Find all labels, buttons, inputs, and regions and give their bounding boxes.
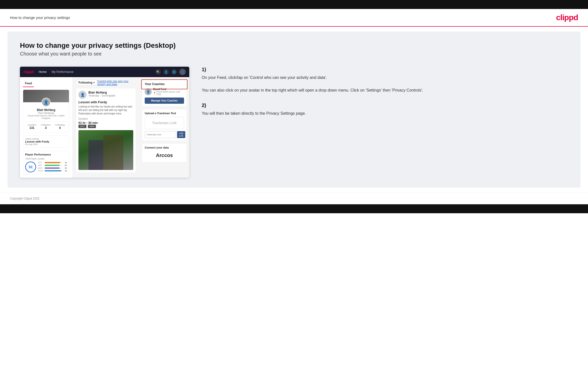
post-meta: Yesterday · Sunningdale xyxy=(88,94,115,97)
bar-arg: ARG 86 xyxy=(38,167,67,169)
profile-handicap: Plus Handicap xyxy=(25,112,67,114)
post-image xyxy=(78,130,133,170)
following-bar: Following ▾ Control who can see your act… xyxy=(76,80,136,86)
nav-item-home[interactable]: Home xyxy=(39,70,47,74)
player-perf-subtitle: Total Player Quality xyxy=(25,157,67,160)
profile-club: Royal North Devon Golf Club, United King… xyxy=(25,114,67,119)
profile-banner: 👤 xyxy=(23,90,69,102)
coaches-box: Your Coaches 👤 David Ford 📍 Royal North … xyxy=(142,80,187,106)
nav-item-my-performance[interactable]: My Performance xyxy=(52,70,73,74)
step2-number: 2) xyxy=(202,103,566,108)
player-quality-score: 92 xyxy=(25,161,36,172)
site-footer: Copyright Clippd 2022 xyxy=(0,193,588,204)
latest-activity-name: Lesson with Fordy xyxy=(25,140,67,143)
following-label: Following xyxy=(78,81,92,84)
location-icon: 📍 xyxy=(153,92,156,94)
post-header: 👤 Blair McHarg Yesterday · Sunningdale xyxy=(78,91,133,99)
coach-name: David Ford xyxy=(153,88,184,91)
following-label: Following xyxy=(55,124,65,126)
stat-followers: Followers 3 xyxy=(41,124,51,130)
app-mock-logo: clippd xyxy=(23,70,34,74)
instructions-panel: 1) On your Feed, click/tap on 'Control w… xyxy=(199,67,568,125)
search-icon[interactable]: 🔍 xyxy=(155,69,161,75)
app-sidebar: Feed 👤 Blair McHarg Plus Handicap Royal … xyxy=(20,77,72,178)
profile-stats: Activities 131 Followers 3 Following 4 xyxy=(25,121,67,130)
golfer-figure-2 xyxy=(103,135,123,170)
activities-value: 131 xyxy=(27,126,36,130)
trackman-add-button[interactable]: Add Link xyxy=(177,131,185,138)
profile-info: Blair McHarg Plus Handicap Royal North D… xyxy=(23,102,69,132)
app-feed: Following ▾ Control who can see your act… xyxy=(72,77,139,178)
feed-tab[interactable]: Feed xyxy=(23,80,34,87)
tag-app: APP xyxy=(88,125,96,128)
player-perf-body: 92 OTT 90 APP 85 xyxy=(25,161,67,172)
post-author-avatar: 👤 xyxy=(78,91,86,99)
golfer-figure-1 xyxy=(88,140,103,170)
post-duration-label: Duration xyxy=(78,117,133,120)
trackman-input-row: Add Link xyxy=(145,131,184,138)
main-content: How to change your privacy settings (Des… xyxy=(7,32,581,188)
followers-value: 3 xyxy=(41,126,51,130)
instruction-step-2: 2) You will then be taken directly to th… xyxy=(202,103,566,117)
following-value: 4 xyxy=(55,126,65,130)
post-tags: OTT APP xyxy=(78,125,133,128)
player-perf-title: Player Performance xyxy=(25,153,67,156)
coach-avatar: 👤 xyxy=(145,88,152,95)
person-icon[interactable]: 👤 xyxy=(163,69,169,75)
bar-putt: PUTT 96 xyxy=(38,170,67,172)
app-mock: clippd Home My Performance 🔍 👤 🌐 👤 Feed xyxy=(20,67,189,178)
followers-label: Followers xyxy=(41,124,51,126)
stat-following: Following 4 xyxy=(55,124,65,130)
tag-ott: OTT xyxy=(78,125,86,128)
player-performance: Player Performance Total Player Quality … xyxy=(23,151,69,175)
trackman-box: Upload a Trackman Test Trackman Link Add… xyxy=(142,109,187,141)
post-card: 👤 Blair McHarg Yesterday · Sunningdale L… xyxy=(76,88,136,173)
trackman-placeholder: Trackman Link xyxy=(145,117,184,129)
app-right-sidebar: Your Coaches 👤 David Ford 📍 Royal North … xyxy=(139,77,189,178)
coach-info: David Ford 📍 Royal North Devon Golf Club xyxy=(153,88,184,96)
step2-text: You will then be taken directly to the P… xyxy=(202,110,566,117)
copyright-text: Copyright Clippd 2022 xyxy=(10,197,40,200)
profile-avatar: 👤 xyxy=(42,98,51,107)
profile-card: 👤 Blair McHarg Plus Handicap Royal North… xyxy=(23,90,69,132)
stat-activities: Activities 131 xyxy=(27,124,36,130)
arccos-brand: Arccos xyxy=(145,151,184,160)
manage-coaches-button[interactable]: Manage Your Coaches xyxy=(145,98,184,104)
coach-club: 📍 Royal North Devon Golf Club xyxy=(153,91,184,96)
connect-box: Connect your data Arccos xyxy=(142,143,187,162)
user-avatar[interactable]: 👤 xyxy=(179,69,186,75)
latest-activity-label: Latest Activity xyxy=(25,138,67,140)
post-author-info: Blair McHarg Yesterday · Sunningdale xyxy=(88,91,115,97)
clippd-logo: clippd xyxy=(556,13,578,22)
app-body: Feed 👤 Blair McHarg Plus Handicap Royal … xyxy=(20,77,189,178)
trackman-input[interactable] xyxy=(145,131,176,138)
chevron-down-icon: ▾ xyxy=(93,81,95,84)
demo-instructions: clippd Home My Performance 🔍 👤 🌐 👤 Feed xyxy=(20,67,568,178)
activities-label: Activities xyxy=(27,124,36,126)
post-body: Looking to feel like my hands are exitin… xyxy=(78,105,133,115)
page-title: How to change your privacy settings (Des… xyxy=(20,42,568,50)
latest-activity-date: 03 Aug 2022 xyxy=(25,143,67,146)
following-button[interactable]: Following ▾ xyxy=(76,80,97,86)
control-privacy-link[interactable]: Control who can see your activity and da… xyxy=(97,80,136,86)
step1-text: On your Feed, click/tap on 'Control who … xyxy=(202,74,566,94)
app-navbar: clippd Home My Performance 🔍 👤 🌐 👤 xyxy=(20,67,189,77)
post-author-name: Blair McHarg xyxy=(88,91,115,94)
coach-club-text: Royal North Devon Golf Club xyxy=(156,91,184,96)
globe-icon[interactable]: 🌐 xyxy=(171,69,177,75)
player-perf-bars: OTT 90 APP 85 ARG xyxy=(38,161,67,172)
bar-app: APP 85 xyxy=(38,164,67,166)
step1-number: 1) xyxy=(202,67,566,72)
bar-ott: OTT 90 xyxy=(38,161,67,164)
site-header: How to change your privacy settings clip… xyxy=(0,9,588,27)
coach-row: 👤 David Ford 📍 Royal North Devon Golf Cl… xyxy=(145,88,184,96)
connect-title: Connect your data xyxy=(145,146,184,149)
top-bar xyxy=(0,0,588,9)
latest-activity: Latest Activity Lesson with Fordy 03 Aug… xyxy=(23,135,69,148)
coaches-title: Your Coaches xyxy=(145,82,184,86)
nav-icons: 🔍 👤 🌐 👤 xyxy=(155,69,186,75)
bottom-bar xyxy=(0,204,588,213)
trackman-title: Upload a Trackman Test xyxy=(145,112,184,115)
page-subtitle: Choose what you want people to see xyxy=(20,51,568,57)
breadcrumb: How to change your privacy settings xyxy=(10,15,70,20)
